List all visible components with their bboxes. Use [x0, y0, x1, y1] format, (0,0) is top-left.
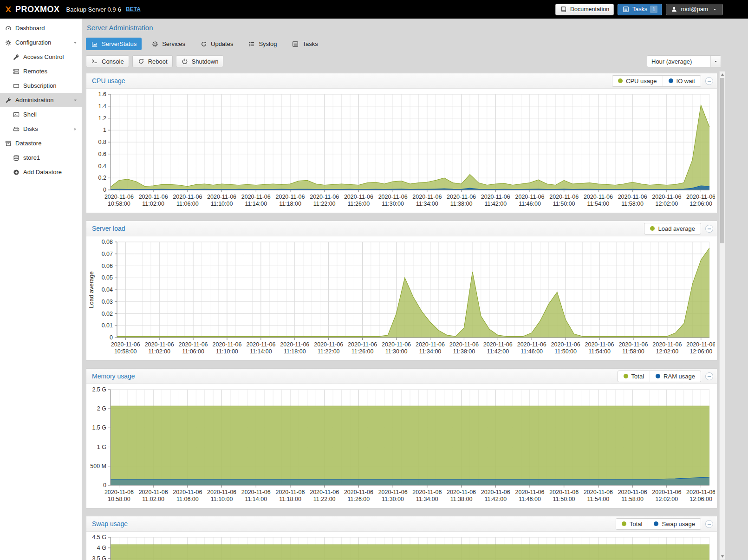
- svg-text:11:22:00: 11:22:00: [318, 348, 340, 355]
- panel-load: Server loadLoad average00.010.020.030.04…: [86, 221, 717, 361]
- panel-swap: Swap usageTotalSwap usage0500 M1 G1.5 G2…: [86, 516, 717, 560]
- product-version: Backup Server 0.9-6: [66, 6, 122, 13]
- tab-updates[interactable]: Updates: [195, 38, 238, 50]
- tab-syslog[interactable]: Syslog: [243, 38, 282, 50]
- tab-services[interactable]: Services: [146, 38, 190, 50]
- svg-text:2020-11-06: 2020-11-06: [241, 489, 271, 495]
- svg-text:3.5 G: 3.5 G: [92, 555, 106, 560]
- svg-text:2020-11-06: 2020-11-06: [618, 489, 647, 495]
- tab-serverstatus[interactable]: ServerStatus: [86, 38, 142, 50]
- svg-text:0.07: 0.07: [102, 251, 113, 257]
- sidebar-item-label: store1: [23, 154, 40, 161]
- svg-text:11:02:00: 11:02:00: [142, 496, 164, 502]
- legend-label: RAM usage: [663, 373, 695, 380]
- collapse-panel-button[interactable]: [705, 225, 713, 233]
- scrollbar-thumb[interactable]: [720, 78, 724, 243]
- sidebar-item-store1[interactable]: store1: [0, 150, 82, 165]
- legend-item-total[interactable]: Total: [616, 519, 648, 529]
- cpu-chart: 00.20.40.60.811.21.41.62020-11-0610:58:0…: [87, 91, 715, 210]
- sidebar-item-configuration[interactable]: Configuration: [0, 35, 82, 50]
- time-range-select[interactable]: Hour (average): [647, 55, 721, 67]
- reboot-button[interactable]: Reboot: [132, 55, 173, 67]
- svg-text:2020-11-06: 2020-11-06: [139, 194, 168, 200]
- legend-item-load-average[interactable]: Load average: [644, 223, 701, 234]
- svg-text:2020-11-06: 2020-11-06: [382, 341, 411, 348]
- sidebar-item-datastore[interactable]: Datastore: [0, 136, 82, 150]
- collapse-panel-button[interactable]: [705, 372, 713, 380]
- tasks-button[interactable]: Tasks 1: [618, 4, 662, 15]
- page-title: Server Administration: [87, 24, 748, 32]
- legend-label: Swap usage: [662, 521, 695, 527]
- svg-text:2020-11-06: 2020-11-06: [104, 194, 134, 200]
- time-range-value: Hour (average): [647, 58, 710, 65]
- scrollbar-up-button[interactable]: [720, 72, 725, 78]
- svg-text:1 G: 1 G: [97, 444, 106, 450]
- svg-text:10:58:00: 10:58:00: [114, 348, 137, 355]
- svg-text:2020-11-06: 2020-11-06: [275, 489, 305, 495]
- beta-link[interactable]: BETA: [126, 6, 141, 13]
- ticket-icon: [13, 83, 20, 89]
- svg-text:2020-11-06: 2020-11-06: [481, 489, 510, 495]
- tab-label: Tasks: [302, 40, 318, 47]
- svg-text:0.04: 0.04: [102, 287, 113, 293]
- documentation-button[interactable]: Documentation: [555, 4, 614, 15]
- sidebar-menu: DashboardConfigurationAccess ControlRemo…: [0, 21, 82, 179]
- refresh-icon: [200, 41, 208, 47]
- svg-text:2020-11-06: 2020-11-06: [549, 194, 579, 200]
- console-button[interactable]: Console: [86, 55, 129, 67]
- scrollbar[interactable]: [719, 71, 725, 560]
- svg-text:11:26:00: 11:26:00: [351, 348, 374, 355]
- legend-dot-icon: [618, 78, 623, 83]
- collapse-panel-button[interactable]: [705, 520, 713, 528]
- sidebar-item-disks[interactable]: Disks: [0, 122, 82, 136]
- legend-label: Total: [630, 521, 642, 527]
- legend-item-swap-usage[interactable]: Swap usage: [648, 519, 701, 529]
- sidebar-item-subscription[interactable]: Subscription: [0, 78, 82, 93]
- sidebar-item-administration[interactable]: Administration: [0, 93, 82, 107]
- svg-text:11:58:00: 11:58:00: [621, 496, 644, 502]
- reboot-label: Reboot: [148, 58, 168, 65]
- sidebar-item-label: Remotes: [23, 68, 47, 75]
- book-icon: [560, 6, 567, 13]
- svg-text:1.5 G: 1.5 G: [92, 424, 106, 431]
- sidebar-item-add-datastore[interactable]: Add Datastore: [0, 165, 82, 179]
- svg-text:2020-11-06: 2020-11-06: [207, 194, 236, 200]
- user-menu-button[interactable]: root@pam: [666, 4, 723, 15]
- sidebar-item-access-control[interactable]: Access Control: [0, 50, 82, 64]
- legend-dot-icon: [622, 521, 626, 526]
- svg-text:2020-11-06: 2020-11-06: [652, 489, 681, 495]
- legend-item-cpu-usage[interactable]: CPU usage: [612, 76, 662, 86]
- svg-text:2020-11-06: 2020-11-06: [447, 489, 476, 495]
- svg-text:2020-11-06: 2020-11-06: [481, 194, 510, 200]
- shutdown-button[interactable]: Shutdown: [176, 55, 224, 67]
- panel-cpu: CPU usageCPU usageIO wait00.20.40.60.811…: [86, 73, 717, 213]
- tab-tasks[interactable]: Tasks: [286, 38, 323, 50]
- panel-body: 00.010.020.030.040.050.060.070.082020-11…: [86, 236, 717, 360]
- svg-text:1.6: 1.6: [98, 91, 106, 98]
- legend-item-io-wait[interactable]: IO wait: [663, 76, 701, 86]
- sidebar-item-shell[interactable]: Shell: [0, 107, 82, 122]
- svg-text:11:34:00: 11:34:00: [419, 348, 442, 355]
- svg-text:500 M: 500 M: [90, 463, 106, 469]
- swap-chart: 0500 M1 G1.5 G2 G2.5 G3 G3.5 G4 G4.5 G20…: [87, 534, 715, 560]
- chart-area-icon: [91, 41, 98, 47]
- legend-item-total[interactable]: Total: [618, 371, 650, 382]
- svg-text:2020-11-06: 2020-11-06: [179, 341, 208, 348]
- svg-text:11:50:00: 11:50:00: [553, 496, 575, 502]
- collapse-panel-button[interactable]: [705, 77, 713, 85]
- svg-text:11:50:00: 11:50:00: [554, 348, 577, 355]
- legend: Load average: [644, 223, 701, 234]
- svg-text:11:22:00: 11:22:00: [313, 201, 336, 207]
- svg-text:2020-11-06: 2020-11-06: [173, 194, 202, 200]
- select-picker[interactable]: [710, 56, 721, 67]
- svg-text:4 G: 4 G: [97, 545, 106, 551]
- legend-item-ram-usage[interactable]: RAM usage: [650, 371, 701, 382]
- sidebar-item-remotes[interactable]: Remotes: [0, 64, 82, 78]
- panel-header: Server loadLoad average: [86, 221, 717, 236]
- panel-title: CPU usage: [92, 77, 125, 85]
- svg-text:2020-11-06: 2020-11-06: [104, 489, 134, 495]
- username: root@pam: [681, 6, 708, 13]
- sidebar-item-dashboard[interactable]: Dashboard: [0, 21, 82, 35]
- scrollbar-down-button[interactable]: [720, 553, 725, 560]
- caret-down-icon: [72, 98, 79, 103]
